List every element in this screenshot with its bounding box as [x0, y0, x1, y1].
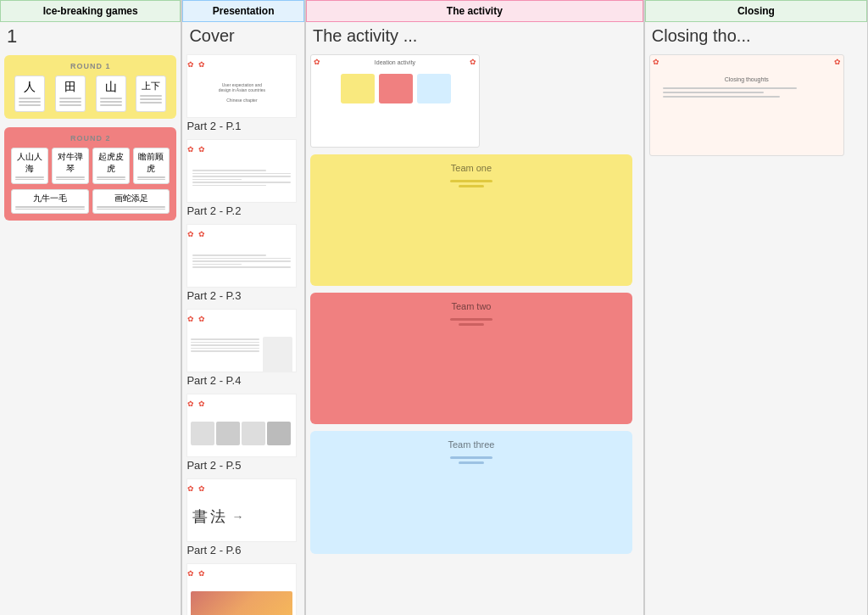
- ice-number: 1: [0, 22, 181, 51]
- flower-dec-tl-p3: ✿: [187, 230, 194, 238]
- r2-char-2: 对牛弹琴: [55, 151, 86, 175]
- flower-closing-tr: ✿: [834, 58, 841, 66]
- round2-grid: 人山人海 对牛弹琴 起虎皮虎 瞻前顾虎: [11, 148, 170, 184]
- flower-dec-tl-cover: ✿: [187, 60, 194, 69]
- flower-activity-tl: ✿: [314, 58, 320, 66]
- ice-header: Ice-breaking games: [0, 0, 181, 22]
- team-two-line-1: [450, 318, 492, 321]
- team-one-line-2: [459, 185, 484, 187]
- presentation-subtitle: Cover: [182, 22, 304, 50]
- closing-slide-title: Closing thoughts: [663, 76, 831, 82]
- column-ice: Ice-breaking games 1 ROUND 1 人 田 山: [0, 0, 181, 615]
- slide-item-p3[interactable]: ✿ ✿ Part 2 - P.3: [186, 224, 300, 302]
- team-three-block: Team three: [310, 431, 632, 554]
- r2-char-6: 画蛇添足: [96, 193, 167, 204]
- r2-card-2[interactable]: 对牛弹琴: [52, 148, 89, 184]
- r2-char-3: 起虎皮虎: [96, 151, 126, 175]
- r2-card-4[interactable]: 瞻前顾虎: [133, 148, 170, 184]
- round2-label: ROUND 2: [11, 134, 170, 143]
- activity-subtitle: The activity ...: [306, 22, 643, 50]
- team-one-line-1: [450, 180, 492, 182]
- slide-item-p5[interactable]: ✿ ✿ Part 2 - P.5: [186, 394, 300, 472]
- r2-char-4: 瞻前顾虎: [136, 151, 167, 175]
- slide-item-p4[interactable]: ✿ ✿ Part 2 - P.4: [186, 309, 300, 387]
- r2-char-1: 人山人海: [14, 151, 45, 175]
- slide-item-p2[interactable]: ✿ ✿ Part 2 - P.2: [186, 139, 300, 217]
- r2-card-6[interactable]: 画蛇添足: [92, 189, 170, 214]
- round1-label: ROUND 1: [11, 62, 170, 70]
- flower-dec-tr-p5: ✿: [198, 400, 205, 408]
- ice-content: ROUND 1 人 田 山 上下: [0, 51, 181, 615]
- flower-dec-tr-p6: ✿: [198, 484, 205, 493]
- r2-card-5[interactable]: 九牛一毛: [11, 189, 89, 214]
- flower-dec-tl-p5: ✿: [187, 400, 194, 408]
- main-layout: Ice-breaking games 1 ROUND 1 人 田 山: [0, 0, 868, 615]
- flower-dec-tr-p7: ✿: [198, 569, 205, 578]
- team-three-label: Team three: [319, 439, 624, 450]
- slide-label-p5: Part 2 - P.5: [186, 459, 300, 472]
- presentation-header: Presentation: [182, 0, 304, 22]
- activity-slide-title: Ideation activity: [375, 59, 415, 65]
- round1-block: ROUND 1 人 田 山 上下: [4, 55, 176, 119]
- flower-dec-tr-cover: ✿: [198, 60, 205, 69]
- char-shan: 山: [98, 80, 124, 95]
- r2-card-1[interactable]: 人山人海: [11, 148, 48, 184]
- char-card-ren[interactable]: 人: [14, 75, 45, 112]
- closing-slide[interactable]: ✿ ✿ Closing thoughts: [649, 54, 844, 156]
- slide-item-p6[interactable]: ✿ ✿ 書 法 → Part 2 - P.6: [186, 478, 300, 556]
- team-two-block: Team two: [310, 293, 632, 424]
- closing-header: Closing: [645, 0, 867, 22]
- team-two-line-2: [459, 323, 484, 326]
- slide-label-p2: Part 2 - P.2: [186, 204, 300, 217]
- slide-label-p4: Part 2 - P.4: [186, 374, 300, 387]
- flower-dec-tr-p2: ✿: [198, 145, 205, 154]
- closing-content: ✿ ✿ Closing thoughts: [645, 50, 867, 615]
- flower-closing-tl: ✿: [653, 58, 659, 66]
- team-three-lines: [319, 456, 624, 464]
- activity-intro-section: ✿ ✿ Ideation activity: [310, 54, 639, 148]
- slide-thumb-p7: ✿ ✿: [186, 563, 297, 615]
- slide-item-p7[interactable]: ✿ ✿ Part 2 - P.7: [186, 563, 300, 615]
- cover-text: User expectation anddesign in Asian coun…: [187, 70, 296, 103]
- flower-dec-tl-p6: ✿: [187, 484, 194, 493]
- team-three-line-1: [450, 456, 492, 459]
- team-two-label: Team two: [319, 301, 624, 311]
- flower-dec-tl-p4: ✿: [187, 315, 194, 323]
- team-two-lines: [319, 318, 624, 326]
- column-activity: The activity The activity ... ✿ ✿ Ideati…: [306, 0, 644, 615]
- round2-block: ROUND 2 人山人海 对牛弹琴 起虎皮虎 瞻前顾虎: [4, 127, 176, 221]
- char-card-shangxia[interactable]: 上下: [136, 75, 166, 112]
- flower-dec-tr-p4: ✿: [198, 315, 205, 323]
- char-card-shan[interactable]: 山: [96, 75, 126, 112]
- slide-thumb-p2: ✿ ✿: [186, 139, 297, 203]
- round2-bottom: 九牛一毛 画蛇添足: [11, 189, 170, 214]
- slide-label-p6: Part 2 - P.6: [186, 544, 300, 556]
- char-ren: 人: [17, 80, 42, 95]
- char-tian: 田: [58, 80, 83, 95]
- slide-thumb-cover: ✿ ✿ User expectation anddesign in Asian …: [186, 54, 297, 118]
- flower-dec-tr-p3: ✿: [198, 230, 205, 238]
- char-card-tian[interactable]: 田: [55, 75, 86, 112]
- slide-thumb-p5: ✿ ✿: [186, 394, 297, 457]
- team-three-line-2: [459, 461, 484, 464]
- flower-dec-tl-p7: ✿: [187, 569, 194, 578]
- slide-label-cover: Part 2 - P.1: [186, 120, 300, 132]
- round1-cards: 人 田 山 上下: [11, 75, 170, 112]
- presentation-content: ✿ ✿ User expectation anddesign in Asian …: [182, 50, 304, 615]
- r2-card-3[interactable]: 起虎皮虎: [92, 148, 130, 184]
- slide-thumb-p6: ✿ ✿ 書 法 →: [186, 478, 297, 542]
- column-closing: Closing Closing tho... ✿ ✿ Closing thoug…: [645, 0, 868, 615]
- team-one-lines: [319, 180, 624, 187]
- flower-activity-tr: ✿: [470, 58, 476, 66]
- activity-content: ✿ ✿ Ideation activity Team one: [306, 50, 643, 615]
- r2-char-5: 九牛一毛: [14, 193, 86, 204]
- slide-label-p3: Part 2 - P.3: [186, 289, 300, 302]
- closing-inner-content: Closing thoughts: [650, 55, 843, 109]
- closing-subtitle: Closing tho...: [645, 22, 867, 50]
- slide-item-cover[interactable]: ✿ ✿ User expectation anddesign in Asian …: [186, 54, 300, 132]
- team-one-block: Team one: [310, 154, 632, 286]
- team-one-label: Team one: [319, 163, 624, 173]
- slide-thumb-p4: ✿ ✿: [186, 309, 297, 372]
- activity-header: The activity: [306, 0, 643, 22]
- column-presentation: Presentation Cover ✿ ✿ User expectation …: [182, 0, 305, 615]
